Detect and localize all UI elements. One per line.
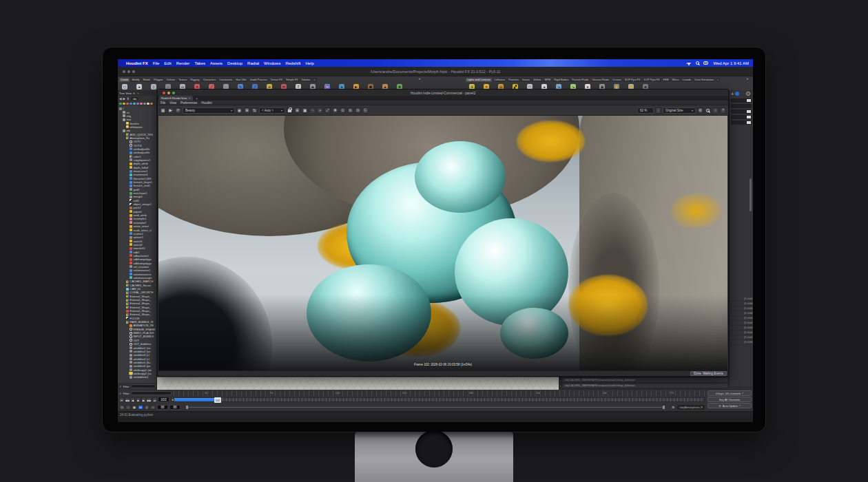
shelf-tab[interactable]: Constraints xyxy=(218,78,234,82)
up-icon[interactable]: ⬆ xyxy=(127,97,130,101)
shelf-tab[interactable]: Create xyxy=(119,78,130,82)
shelf-tab[interactable]: Hair Utils xyxy=(234,78,247,82)
shelf-tab[interactable]: Particle Fluids xyxy=(571,78,590,82)
loop-icon[interactable]: ∞ xyxy=(138,405,143,410)
expand-icon[interactable]: ⤢ xyxy=(324,107,331,114)
app-menu-title[interactable]: Houdini FX xyxy=(126,61,148,65)
shelf-tab[interactable]: Terrain FX xyxy=(269,78,285,82)
search-icon[interactable] xyxy=(696,61,699,65)
renderview-menu-item[interactable]: Preferences xyxy=(180,101,197,105)
shelf-overflow-caret[interactable]: ▾ xyxy=(747,77,748,81)
material-path[interactable]: /obj/CACHED_MAINSHAPE/vexquickshade1/sho… xyxy=(562,378,727,382)
shelf-tab[interactable]: Vellum xyxy=(532,78,542,82)
tab-redshift-renderview[interactable]: Redshift RenderView ✕ xyxy=(159,96,193,101)
parameter-field[interactable] xyxy=(731,115,752,119)
center-view-icon[interactable]: ⌖ xyxy=(317,107,323,114)
shelf-tab[interactable]: DOP Pyro FX xyxy=(643,78,661,82)
playbar-filter-input[interactable] xyxy=(131,391,172,395)
children-count-row[interactable]: (3 child xyxy=(730,340,753,345)
shelf-tab[interactable]: Polygon xyxy=(152,78,165,82)
close-icon[interactable]: ✕ xyxy=(133,92,135,95)
grid-overlay-icon[interactable]: ⊞ xyxy=(294,107,300,114)
copy-clipboard-icon[interactable]: ⎘ xyxy=(362,107,369,114)
shelf-tab[interactable]: + xyxy=(716,78,720,82)
shelf-tab[interactable]: Collisions xyxy=(493,78,506,82)
gear-icon[interactable]: ⚙ xyxy=(697,107,703,114)
info-icon[interactable]: i xyxy=(712,107,719,114)
shelf-overflow-caret[interactable]: ▾ xyxy=(419,77,420,81)
shelf-tool-icon[interactable]: ◻ xyxy=(122,84,127,90)
menubar-item[interactable]: Desktop xyxy=(227,61,242,65)
shelf-tab[interactable]: Rigid Bodies xyxy=(552,78,570,82)
fit-view-icon[interactable]: ⊙ xyxy=(340,107,346,114)
tree-node-row[interactable]: attribdelete1 xyxy=(118,375,156,379)
shelf-tab[interactable]: Grains xyxy=(521,78,531,82)
transport-button[interactable]: ◀◀ xyxy=(125,397,130,403)
filter-check-icon[interactable]: ✓ xyxy=(119,385,122,388)
shelf-tab[interactable]: MPM xyxy=(543,78,552,82)
children-count-row[interactable]: (3 child xyxy=(730,331,753,335)
key-all-channels-button[interactable]: Key All Channels xyxy=(707,397,752,402)
renderview-menu-item[interactable]: Houdini xyxy=(201,101,211,105)
shelf-tab[interactable]: Deform xyxy=(165,78,176,82)
lock-icon[interactable] xyxy=(287,107,293,114)
shelf-tab[interactable]: Oceans xyxy=(611,78,623,82)
material-row[interactable]: • /obj/CACHED_MAINSHAPE/vexquickshade1/s… xyxy=(559,377,729,383)
transport-button[interactable]: ■ xyxy=(136,397,141,403)
menubar-item[interactable]: Edit xyxy=(164,61,171,65)
node-info-dot-icon[interactable] xyxy=(735,92,739,96)
pan-zoom-icon[interactable]: ✥ xyxy=(332,107,338,114)
transport-button[interactable]: ▶ xyxy=(141,397,146,403)
parameter-field[interactable] xyxy=(731,98,752,103)
shelf-tab[interactable]: Wires xyxy=(671,78,681,82)
close-icon[interactable]: ✕ xyxy=(189,96,191,100)
shelf-tab[interactable]: Texture xyxy=(177,78,188,82)
camera-icon[interactable]: ▣ xyxy=(132,405,137,410)
shelf-tab[interactable]: Drive Simulation xyxy=(693,78,715,82)
network-path-field[interactable]: /obj/Atmosphere_F xyxy=(677,405,705,410)
transport-button[interactable]: ◀ xyxy=(130,397,135,403)
renderview-menu-item[interactable]: View xyxy=(169,101,176,105)
menubar-clock[interactable]: Wed Apr 1 9:41 AM xyxy=(713,61,749,65)
children-count-row[interactable]: (3 child xyxy=(730,321,753,326)
refresh-button[interactable]: ⟳ xyxy=(175,107,181,114)
parameter-field[interactable] xyxy=(731,104,752,108)
key-icon[interactable]: ⚷ xyxy=(144,405,149,410)
shelf-tab[interactable]: Characters xyxy=(201,78,217,82)
renderview-menu-item[interactable]: File xyxy=(161,101,165,105)
image-size-select[interactable]: Original Size▾ xyxy=(663,107,696,114)
zoom-level-field[interactable]: 62 % xyxy=(637,107,654,114)
shelf-tab[interactable]: Particles xyxy=(507,78,520,82)
shelf-tool-icon[interactable]: ▯ xyxy=(151,84,156,90)
current-frame-field[interactable]: 102 xyxy=(158,397,169,402)
tree-path-chip[interactable]: obj xyxy=(131,97,138,101)
snapshot-a-icon[interactable]: ⧉ xyxy=(347,107,353,114)
gear-icon[interactable]: ⚙ xyxy=(670,405,676,410)
shelf-tab[interactable]: Viscous Fluids xyxy=(590,78,610,82)
menubar-item[interactable]: Help xyxy=(305,61,313,65)
aov-select[interactable]: Beauty▾ xyxy=(183,107,235,114)
shelf-tab[interactable]: Modify xyxy=(130,78,141,82)
render-snapshot-button[interactable]: ▶ xyxy=(167,107,174,114)
material-path[interactable]: /obj/CACHED_MAINSHAPE/vexquickshade2/sho… xyxy=(562,384,727,388)
transport-button[interactable]: ⏮ xyxy=(119,397,124,403)
material-row[interactable]: • /obj/CACHED_MAINSHAPE/vexquickshade2/s… xyxy=(559,383,729,388)
auto-update-select[interactable]: ⟳ Auto Update▾ xyxy=(707,403,752,408)
shelf-tab[interactable]: Simple FX xyxy=(285,78,300,82)
children-count-row[interactable]: (3 child xyxy=(730,326,753,331)
renderview-titlebar[interactable]: Houdini Indie Limited-Commercial - panel… xyxy=(158,90,728,96)
shelf-tab[interactable]: Rigging xyxy=(189,78,201,82)
children-count-row[interactable]: (3 child xyxy=(730,302,753,306)
compare-icon[interactable]: ⊞ xyxy=(244,107,250,114)
transport-button[interactable]: ⏭ xyxy=(152,397,157,403)
render-start-button[interactable]: ▦ xyxy=(160,107,166,114)
parameter-field[interactable] xyxy=(731,109,752,114)
resolution-select[interactable]: < Auto >▾ xyxy=(259,107,285,114)
menubar-item[interactable]: Windows xyxy=(264,61,280,65)
region-render-icon[interactable]: ▣ xyxy=(302,107,308,114)
help-icon[interactable]: ? xyxy=(746,92,750,96)
audio-icon[interactable]: ♪ xyxy=(125,405,131,410)
shelf-tab[interactable]: Crowds xyxy=(681,78,692,82)
clock-icon[interactable]: ◔ xyxy=(309,107,316,114)
children-count-row[interactable]: (3 child xyxy=(730,335,753,340)
